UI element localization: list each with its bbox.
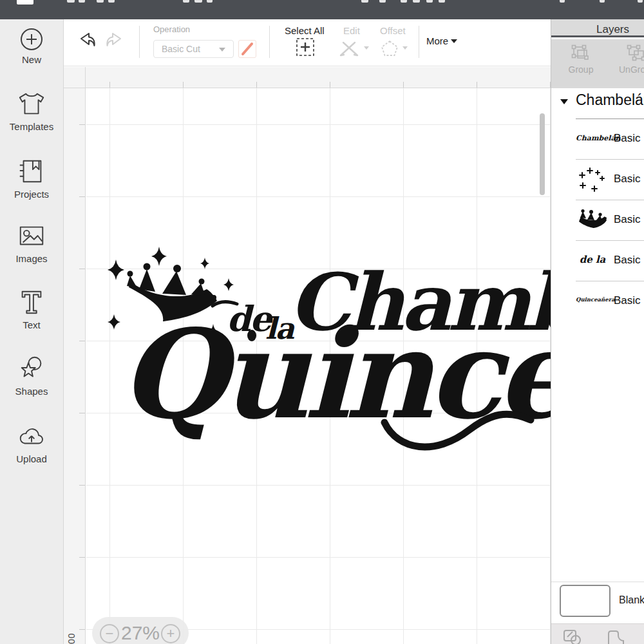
- topbar-text-fragment: [600, 0, 605, 3]
- star-circle-icon: [0, 354, 63, 383]
- sidebar-item-label: Images: [0, 253, 63, 264]
- operation-select[interactable]: Basic Cut: [153, 40, 234, 58]
- layer-thumbnail-crown[interactable]: [576, 209, 609, 232]
- topbar-text-fragment: [79, 0, 85, 3]
- sidebar-item-text[interactable]: Text: [0, 287, 63, 330]
- linetype-color-swatch[interactable]: [238, 40, 256, 58]
- edit-tools-icon: [338, 40, 363, 61]
- topbar-text-fragment: [183, 0, 189, 3]
- topbar-text-fragment: [361, 0, 368, 3]
- layer-operation[interactable]: Basic: [614, 294, 644, 307]
- toolbar-divider: [419, 26, 419, 58]
- sidebar-item-upload[interactable]: Upload: [0, 421, 63, 464]
- divider: [576, 118, 644, 119]
- ruler-corner: [64, 67, 86, 88]
- zoom-out-button[interactable]: −: [100, 624, 119, 643]
- edit-toolbar: Operation Basic Cut Select All Edit Offs…: [64, 19, 551, 66]
- toolbar-divider: [139, 26, 140, 58]
- picture-icon: [0, 221, 63, 251]
- layer-operation[interactable]: Basic: [614, 254, 644, 267]
- chevron-down-icon: [364, 46, 369, 50]
- redo-icon[interactable]: [105, 30, 126, 53]
- topbar-text-fragment: [560, 0, 565, 3]
- group-actions-bar: Group UnGroup: [551, 39, 644, 88]
- topbar-text-fragment: [401, 0, 407, 3]
- ungroup-button-label: UnGroup: [619, 64, 644, 75]
- top-app-bar: [0, 0, 644, 19]
- topbar-text-fragment: [638, 0, 643, 3]
- layer-operation[interactable]: Basic: [614, 213, 644, 226]
- zoom-in-button[interactable]: +: [161, 624, 180, 643]
- edit-button: Edit: [343, 25, 360, 36]
- toolbar-divider: [269, 26, 270, 58]
- design-word-quinceanera: Quinceañera: [120, 303, 551, 446]
- plus-circle-icon: [0, 27, 63, 52]
- offset-icon: [381, 40, 399, 59]
- chevron-down-icon: [219, 48, 225, 52]
- topbar-text-fragment: [379, 0, 386, 3]
- hamburger-icon[interactable]: [17, 0, 33, 5]
- cloud-upload-icon: [0, 421, 63, 451]
- select-all-button[interactable]: Select All: [285, 25, 325, 36]
- topbar-text-fragment: [194, 0, 202, 3]
- vertical-ruler: [64, 88, 86, 644]
- zoom-level-value: 27%: [121, 622, 160, 644]
- mat-label: Blank: [619, 594, 644, 606]
- layer-thumbnail-dela[interactable]: de la: [576, 254, 609, 265]
- layer-operation[interactable]: Basic: [614, 132, 644, 145]
- operation-value: Basic Cut: [162, 44, 200, 54]
- group-collapse-caret[interactable]: [560, 99, 568, 104]
- panel-bottom-bar: [551, 623, 644, 644]
- group-button: Group: [563, 44, 599, 75]
- plus-icon: +: [167, 625, 175, 641]
- topbar-text-fragment: [97, 0, 104, 3]
- duplicate-icon[interactable]: [563, 628, 582, 644]
- group-button-label: Group: [563, 64, 599, 75]
- tshirt-icon: [0, 89, 63, 118]
- sidebar-item-label: Templates: [0, 121, 63, 132]
- tab-layers[interactable]: Layers: [596, 23, 629, 36]
- topbar-text-fragment: [413, 0, 420, 3]
- sidebar-item-shapes[interactable]: Shapes: [0, 354, 63, 397]
- sidebar-item-images[interactable]: Images: [0, 221, 63, 264]
- divider: [576, 281, 644, 281]
- canvas-vertical-scrollbar[interactable]: [540, 113, 545, 195]
- layer-operation[interactable]: Basic: [614, 173, 644, 185]
- divider: [576, 200, 644, 200]
- layer-thumbnail-chambelan[interactable]: Chambelán: [576, 134, 609, 142]
- topbar-text-fragment: [207, 0, 213, 3]
- undo-icon[interactable]: [76, 30, 97, 53]
- ruler-value-label: 00: [66, 625, 77, 644]
- blank-mat-thumbnail[interactable]: [560, 585, 611, 617]
- topbar-text-fragment: [108, 0, 115, 3]
- offset-button: Offset: [380, 25, 406, 36]
- sidebar-item-new[interactable]: New: [0, 27, 63, 65]
- sidebar-item-label: New: [0, 54, 63, 65]
- select-all-icon[interactable]: [296, 37, 315, 59]
- sidebar-item-templates[interactable]: Templates: [0, 89, 63, 132]
- divider: [576, 159, 644, 160]
- letter-t-icon: [0, 287, 63, 317]
- layer-group-title[interactable]: Chambelán: [576, 91, 644, 109]
- more-button[interactable]: More: [426, 35, 448, 46]
- panel-tab-bar: Layers: [551, 19, 644, 37]
- quinceanera-design-artwork[interactable]: de la Chambelán Quinceañera: [86, 88, 551, 644]
- topbar-text-fragment: [67, 0, 75, 3]
- topbar-text-fragment: [439, 0, 445, 3]
- layers-panel: Layers Group UnGroup Chambelán Chambelán…: [551, 19, 644, 644]
- sidebar-item-projects[interactable]: Projects: [0, 156, 63, 200]
- slice-icon[interactable]: [606, 628, 625, 644]
- sidebar-item-label: Upload: [0, 453, 63, 464]
- divider: [576, 240, 644, 241]
- layer-thumbnail-sparkles[interactable]: [576, 166, 609, 196]
- layer-thumbnail-quinceanera[interactable]: Quinceañera: [576, 296, 609, 303]
- sidebar-item-label: Text: [0, 319, 63, 330]
- topbar-text-fragment: [426, 0, 433, 3]
- design-sidebar: New Templates Projects Images: [0, 19, 64, 644]
- sidebar-item-label: Shapes: [0, 386, 63, 397]
- chevron-down-icon: [402, 46, 408, 50]
- chevron-down-icon: [451, 39, 457, 43]
- divider: [551, 582, 644, 582]
- notebook-icon: [0, 156, 63, 186]
- sidebar-item-label: Projects: [0, 189, 63, 200]
